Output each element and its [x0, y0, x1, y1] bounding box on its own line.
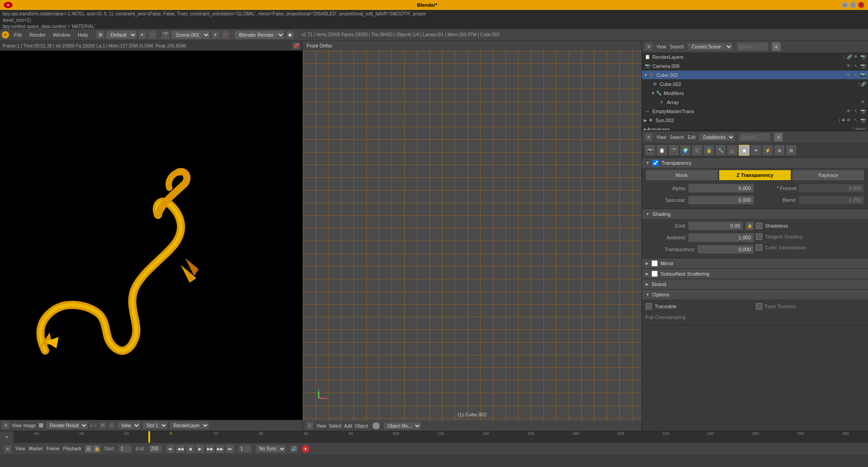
props-add-btn[interactable]: + [774, 133, 783, 142]
strand-header[interactable]: Strand [642, 279, 868, 289]
footer-current-frame[interactable]: 1 [238, 445, 252, 453]
transparency-enable-checkbox[interactable] [652, 160, 659, 166]
sun-collapse[interactable] [644, 118, 647, 123]
btn-first-frame[interactable]: ⏮ [166, 444, 175, 453]
outliner-search-input[interactable] [736, 42, 768, 51]
cube-data-link[interactable]: 🔗 [861, 81, 866, 86]
props-icon-material[interactable]: ◉ [739, 145, 750, 156]
footer-start-field[interactable]: 1 [118, 445, 132, 453]
emit-field[interactable]: 0.00 [688, 221, 743, 230]
sun-render[interactable]: 📷 [860, 117, 866, 124]
mirror-header[interactable]: Mirror [642, 258, 868, 268]
props-icon-camera[interactable]: 📷 [645, 145, 656, 156]
sun-data-icon[interactable]: ☀ [841, 118, 845, 123]
footer-audio-btn[interactable]: 🔊 [290, 445, 298, 453]
tangent-checkbox[interactable] [756, 234, 762, 240]
outliner-item-cube[interactable]: ▽ Cube.002 👁 ↖ 📷 [642, 71, 868, 80]
cube-cursor[interactable]: ↖ [853, 72, 859, 78]
fresnel-field[interactable]: 0.000 [798, 184, 864, 193]
render-engine-selector[interactable]: Blender Render [234, 30, 285, 39]
props-icon-modifiers[interactable]: 🔧 [715, 145, 726, 156]
camera-eye[interactable]: 👁 [845, 63, 852, 69]
props-icon-extra2[interactable]: ⊞ [786, 145, 797, 156]
footer-end-field[interactable]: 250 [149, 445, 162, 453]
scene-close-btn[interactable]: × [221, 30, 230, 39]
render-pin2-btn[interactable]: + [99, 422, 106, 429]
armatures-collapse[interactable] [644, 127, 647, 132]
footer-sync-selector[interactable]: No Sync [255, 445, 286, 453]
menu-file[interactable]: File [10, 31, 26, 39]
mod-collapse[interactable] [651, 91, 655, 95]
cubic-checkbox[interactable] [756, 244, 762, 251]
footer-playback-label[interactable]: Playback [63, 446, 82, 451]
blend-field[interactable]: 1.250 [798, 195, 864, 205]
timeline-menu-btn[interactable]: ≡ [0, 431, 14, 443]
outliner-item-renderlayers[interactable]: 📋 RenderLayers | 🔗 👁 📷 [642, 52, 868, 62]
footer-menu-btn[interactable]: ≡ [4, 445, 12, 453]
grid-canvas[interactable]: X Y (1) Cube.002 [303, 51, 642, 421]
vp-object-label[interactable]: Object [355, 424, 368, 429]
render-view-selector[interactable]: View [117, 421, 141, 429]
footer-record-btn[interactable]: ● [302, 445, 310, 453]
outliner-search-label[interactable]: Search [670, 44, 684, 49]
timeline-playhead[interactable] [148, 431, 150, 443]
footer-view-label[interactable]: View [15, 446, 25, 451]
props-icon-scene[interactable]: 🎬 [668, 145, 679, 156]
translucency-field[interactable]: 0.000 [697, 245, 754, 254]
outliner-item-camera[interactable]: 📷 Camera.006 👁 ↖ 📷 [642, 62, 868, 71]
menu-window[interactable]: Window [49, 31, 74, 39]
outliner-item-cube-data[interactable]: ⚙ Cube.002 | 🔗 [642, 80, 868, 89]
cube-render[interactable]: 📷 [860, 72, 866, 78]
outliner-add-btn[interactable]: + [772, 42, 781, 51]
minimize-button[interactable]: ─ [842, 2, 848, 8]
outliner-item-sun[interactable]: ☀ Sun.002 | ☀ 👁 ↖ 📷 [642, 116, 868, 125]
emit-lock-btn[interactable]: 🔒 [745, 221, 754, 230]
outliner-menu-btn[interactable]: ≡ [645, 43, 653, 51]
blender-icon[interactable]: ⊙ [2, 31, 9, 38]
object-mode-selector[interactable]: Object Mo... [383, 422, 421, 430]
vp-view-label[interactable]: View [316, 424, 326, 429]
shadeless-checkbox[interactable] [756, 223, 762, 229]
raytrace-btn[interactable]: Raytrace [792, 170, 864, 181]
vp-add-label[interactable]: Add [344, 424, 352, 429]
props-search-input[interactable] [739, 133, 770, 142]
close-button[interactable]: ✕ [858, 2, 864, 8]
props-edit-label[interactable]: Edit [688, 135, 695, 140]
scene-add-btn[interactable]: + [211, 30, 220, 39]
sss-collapse[interactable] [646, 272, 649, 276]
options-header[interactable]: Options [642, 290, 868, 300]
layout-selector[interactable]: Default [106, 30, 137, 39]
render-pin-btn[interactable]: 📌 [292, 42, 300, 49]
props-mode-selector[interactable]: Datablocks [699, 133, 735, 141]
sun-eye[interactable]: 👁 [845, 117, 852, 124]
footer-lock2[interactable]: 🔒 [93, 445, 100, 453]
empty-cursor[interactable]: ↖ [853, 108, 859, 114]
layout-icon[interactable]: ⊞ [96, 30, 105, 39]
menu-render[interactable]: Render [26, 31, 49, 39]
outliner-item-empty[interactable]: ↔ EmptyMasterTrans 👁 ↖ 📷 [642, 107, 868, 116]
empty-eye[interactable]: 👁 [845, 108, 852, 114]
render-image-label[interactable]: Image [24, 423, 36, 428]
specular-field[interactable]: 0.000 [688, 195, 754, 205]
mask-btn[interactable]: Mask [646, 170, 718, 181]
sun-cursor[interactable]: ↖ [853, 117, 859, 124]
btn-prev-keyframe[interactable]: ◀◀ [176, 444, 185, 453]
renderlayers-render[interactable]: 📷 [860, 54, 866, 60]
render-menu-btn[interactable]: ≡ [2, 421, 10, 429]
props-menu-btn[interactable]: ≡ [645, 133, 653, 141]
alpha-field[interactable]: 0.000 [688, 184, 754, 193]
cube-collapse[interactable] [644, 73, 648, 77]
btn-next-keyframe[interactable]: ▶▶ [216, 444, 225, 453]
outliner-item-armatures[interactable]: Armatures 1 items [642, 125, 868, 131]
camera-cursor[interactable]: ↖ [853, 63, 859, 69]
props-icon-world[interactable]: 🌍 [680, 145, 691, 156]
timeline-ruler[interactable]: -60 -40 -20 0 20 40 60 80 100 120 140 16… [14, 431, 868, 443]
render-layer-selector[interactable]: RenderLayer [170, 421, 209, 429]
z-transparency-btn[interactable]: Z Transparency [719, 170, 791, 181]
props-icon-extra1[interactable]: ⊕ [774, 145, 785, 156]
sss-header[interactable]: Subsurface Scattering [642, 269, 868, 279]
cube-eye[interactable]: 👁 [845, 72, 852, 78]
transparency-header[interactable]: ▼ Transparency [642, 158, 868, 168]
ambient-field[interactable]: 1.000 [688, 233, 754, 242]
menu-help[interactable]: Help [74, 31, 92, 39]
